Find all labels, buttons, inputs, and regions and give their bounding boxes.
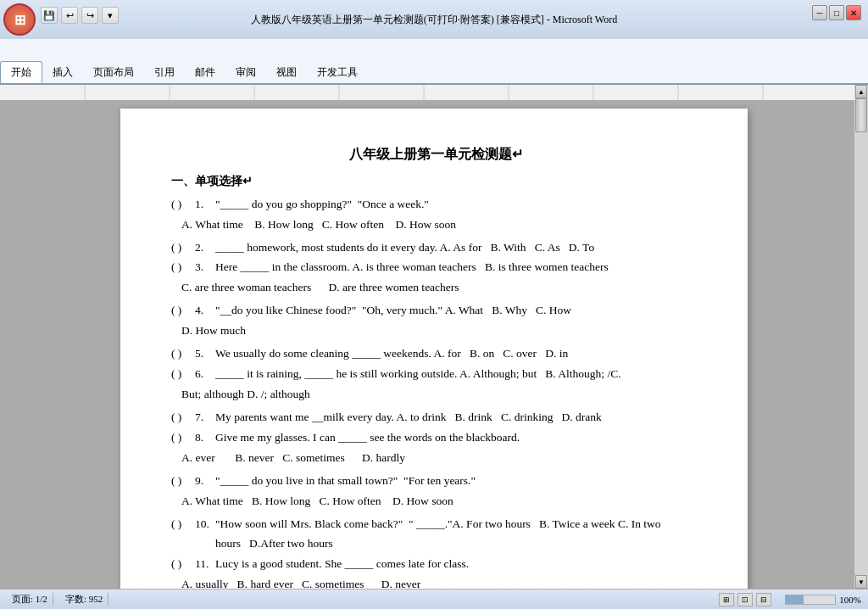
page-count: 页面: 1/2 xyxy=(7,593,53,606)
answer-bracket: ( ) xyxy=(171,472,195,491)
scroll-thumb[interactable] xyxy=(855,98,867,132)
list-item: ( ) 4. "__do you like Chinese food?" "Oh… xyxy=(171,301,701,321)
status-bar: 页面: 1/2 字数: 952 ⊞ ⊡ ⊟ 100% xyxy=(0,589,868,609)
horizontal-ruler xyxy=(0,85,854,100)
question-number: 1. xyxy=(195,195,215,215)
question-text: "_____ do you go shopping?" "Once a week… xyxy=(215,195,701,215)
ribbon-area: 开始 插入 页面布局 引用 邮件 审阅 视图 开发工具 xyxy=(0,39,868,85)
list-item: ( ) 7. My parents want me __milk every d… xyxy=(171,408,701,427)
question-text: My parents want me __milk every day. A. … xyxy=(215,408,701,427)
minimize-button[interactable]: ─ xyxy=(812,5,827,20)
question-text: _____ homework, most students do it ever… xyxy=(215,238,701,258)
tab-developer[interactable]: 开发工具 xyxy=(307,62,368,83)
question-number: 3. xyxy=(195,258,215,277)
dropdown-button[interactable]: ▾ xyxy=(102,7,119,24)
title-bar-area: ⊞ 💾 ↩ ↪ ▾ 人教版八年级英语上册第一单元检测题(可打印·附答案) [兼容… xyxy=(0,0,868,39)
answer-options: A. What time B. How long C. How often D.… xyxy=(181,492,701,511)
answer-options: A. usually B. hard ever C. sometimes D. … xyxy=(181,575,701,589)
question-text: Give me my glasses. I can _____ see the … xyxy=(215,428,701,448)
document-page: 八年级上册第一单元检测题↵ 一、单项选择↵ ( ) 1. "_____ do y… xyxy=(120,109,748,589)
answer-bracket: ( ) xyxy=(171,344,195,364)
document-area[interactable]: 八年级上册第一单元检测题↵ 一、单项选择↵ ( ) 1. "_____ do y… xyxy=(0,100,868,589)
answer-bracket: ( ) xyxy=(171,555,195,574)
quick-access-toolbar: 💾 ↩ ↪ ▾ xyxy=(41,7,119,24)
list-item: ( ) 8. Give me my glasses. I can _____ s… xyxy=(171,428,701,448)
tab-mail[interactable]: 邮件 xyxy=(185,62,225,83)
office-logo: ⊞ xyxy=(14,12,25,28)
tab-page-layout[interactable]: 页面布局 xyxy=(83,62,144,83)
question-text: "__do you like Chinese food?" "Oh, very … xyxy=(215,301,701,321)
list-item: ( ) 5. We usually do some cleaning _____… xyxy=(171,344,701,364)
document-title: 八年级上册第一单元检测题↵ xyxy=(171,142,701,166)
question-number: 10. xyxy=(195,515,215,534)
list-item: ( ) 3. Here _____ in the classroom. A. i… xyxy=(171,258,701,277)
answer-bracket: ( ) xyxy=(171,195,195,215)
vertical-scrollbar[interactable]: ▲ ▼ xyxy=(854,85,868,589)
tab-start[interactable]: 开始 xyxy=(0,61,42,83)
window-title: 人教版八年级英语上册第一单元检测题(可打印·附答案) [兼容模式] - Micr… xyxy=(0,13,868,27)
question-number: 9. xyxy=(195,472,215,491)
question-text: Here _____ in the classroom. A. is three… xyxy=(215,258,701,277)
answer-bracket: ( ) xyxy=(171,428,195,448)
tab-insert[interactable]: 插入 xyxy=(42,62,83,83)
question-number: 2. xyxy=(195,238,215,258)
scroll-down-button[interactable]: ▼ xyxy=(855,575,867,589)
view-controls: ⊞ ⊡ ⊟ xyxy=(719,593,771,606)
question-number: 11. xyxy=(195,555,215,574)
close-button[interactable]: ✕ xyxy=(846,5,861,20)
question-number: 4. xyxy=(195,301,215,321)
redo-button[interactable]: ↪ xyxy=(81,7,98,24)
question-text: Lucy is a good student. She _____ comes … xyxy=(215,555,701,574)
section-title: 一、单项选择↵ xyxy=(171,171,701,192)
answer-options: D. How much xyxy=(181,321,701,341)
word-count-label: 字数: 952 xyxy=(60,593,108,606)
svg-rect-0 xyxy=(0,85,854,100)
question-number: 6. xyxy=(195,365,215,384)
answer-bracket: ( ) xyxy=(171,515,195,534)
question-number: 7. xyxy=(195,408,215,427)
zoom-level: 100% xyxy=(839,595,861,605)
office-button[interactable]: ⊞ xyxy=(3,3,36,36)
answer-bracket: ( ) xyxy=(171,365,195,384)
zoom-controls: 100% xyxy=(785,595,861,605)
answer-options: C. are three woman teachers D. are three… xyxy=(181,278,701,298)
zoom-slider[interactable] xyxy=(785,595,836,605)
full-screen-btn[interactable]: ⊡ xyxy=(737,593,753,606)
save-button[interactable]: 💾 xyxy=(41,7,58,24)
answer-bracket: ( ) xyxy=(171,301,195,321)
answer-options: A. What time B. How long C. How often D.… xyxy=(181,215,701,235)
tab-review[interactable]: 审阅 xyxy=(225,62,266,83)
tab-view[interactable]: 视图 xyxy=(266,62,307,83)
list-item: ( ) 1. "_____ do you go shopping?" "Once… xyxy=(171,195,701,215)
list-item: ( ) 9. "_____ do you live in that small … xyxy=(171,472,701,491)
answer-bracket: ( ) xyxy=(171,258,195,277)
answer-options: A. ever B. never C. sometimes D. hardly xyxy=(181,449,701,468)
question-text: "_____ do you live in that small town?" … xyxy=(215,472,701,491)
restore-button[interactable]: □ xyxy=(829,5,844,20)
scroll-up-button[interactable]: ▲ xyxy=(855,85,867,98)
answer-bracket: ( ) xyxy=(171,238,195,258)
print-layout-btn[interactable]: ⊞ xyxy=(719,593,734,606)
undo-button[interactable]: ↩ xyxy=(61,7,78,24)
question-number: 8. xyxy=(195,428,215,448)
answer-options: But; although D. /; although xyxy=(181,385,701,405)
list-item: ( ) 2. _____ homework, most students do … xyxy=(171,238,701,258)
question-text: We usually do some cleaning _____ weeken… xyxy=(215,344,701,364)
app-window: ⊞ 💾 ↩ ↪ ▾ 人教版八年级英语上册第一单元检测题(可打印·附答案) [兼容… xyxy=(0,0,868,609)
web-view-btn[interactable]: ⊟ xyxy=(756,593,771,606)
question-number: 5. xyxy=(195,344,215,364)
list-item: ( ) 6. _____ it is raining, _____ he is … xyxy=(171,365,701,384)
question-text: "How soon will Mrs. Black come back?" " … xyxy=(215,515,701,554)
window-controls: ─ □ ✕ xyxy=(812,5,861,20)
question-text: _____ it is raining, _____ he is still w… xyxy=(215,365,701,384)
tab-references[interactable]: 引用 xyxy=(144,62,185,83)
list-item: ( ) 11. Lucy is a good student. She ____… xyxy=(171,555,701,574)
answer-bracket: ( ) xyxy=(171,408,195,427)
list-item: ( ) 10. "How soon will Mrs. Black come b… xyxy=(171,515,701,554)
